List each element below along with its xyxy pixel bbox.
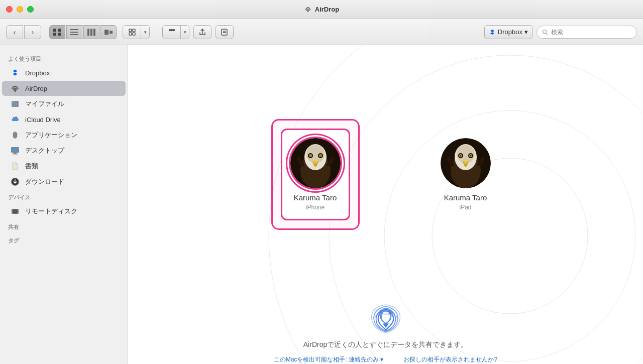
device-iphone[interactable]: Karuma Taro iPhone	[273, 120, 358, 228]
view-list-button[interactable]	[66, 25, 82, 39]
titlebar: AirDrop	[0, 0, 643, 19]
documents-icon	[10, 161, 20, 171]
airdrop-sidebar-icon	[10, 83, 20, 93]
share-button[interactable]	[193, 25, 211, 39]
svg-rect-4	[58, 33, 61, 36]
svg-point-51	[320, 155, 320, 156]
svg-rect-13	[129, 29, 132, 32]
device-ipad-type: iPad	[459, 204, 471, 211]
sidebar-section-tags: タグ	[0, 233, 128, 247]
action-button[interactable]: ▾	[162, 25, 189, 39]
svg-rect-30	[14, 153, 17, 154]
device-iphone-avatar	[290, 138, 341, 188]
nav-buttons: ‹ ›	[6, 25, 41, 39]
svg-rect-14	[133, 29, 135, 32]
remotedisk-icon	[10, 206, 20, 216]
view-cover-button[interactable]	[100, 25, 117, 39]
window-controls	[6, 6, 34, 13]
svg-rect-5	[70, 29, 78, 30]
tag-button[interactable]	[216, 25, 234, 39]
sidebar-item-airdrop-label: AirDrop	[25, 85, 47, 92]
svg-rect-9	[90, 29, 92, 36]
search-box[interactable]	[537, 26, 637, 39]
sidebar-item-dropbox[interactable]: Dropbox	[2, 65, 126, 80]
sidebar-item-documents[interactable]: 書類	[2, 159, 126, 174]
dropbox-label: Dropbox	[498, 28, 522, 36]
sidebar-item-downloads-label: ダウンロード	[25, 177, 64, 186]
svg-point-23	[543, 30, 547, 33]
svg-rect-16	[133, 33, 135, 35]
svg-rect-3	[53, 33, 56, 36]
svg-point-19	[173, 29, 174, 31]
svg-point-18	[171, 29, 172, 31]
minimize-button[interactable]	[17, 6, 23, 13]
airdrop-description: AirDropで近くの人とすぐにデータを共有できます。	[303, 340, 468, 349]
airdrop-radio-icon	[366, 304, 406, 334]
svg-line-24	[546, 33, 548, 35]
search-input[interactable]	[551, 29, 626, 36]
device-iphone-type: iPhone	[306, 204, 325, 211]
svg-point-17	[169, 29, 170, 31]
sidebar-item-documents-label: 書類	[25, 162, 38, 171]
dropbox-icon	[489, 29, 496, 36]
not-found-link[interactable]: お探しの相手が表示されませんか?	[403, 355, 497, 364]
devices-area: Karuma Taro iPhone	[128, 45, 643, 304]
dropbox-button[interactable]: Dropbox ▾	[484, 25, 532, 39]
myfiles-icon	[10, 99, 20, 109]
downloads-icon	[10, 177, 20, 187]
sidebar-item-downloads[interactable]: ダウンロード	[2, 174, 126, 189]
bottom-links: このMacを検出可能な相手: 連絡先のみ ▾ お探しの相手が表示されませんか?	[274, 355, 497, 364]
dropbox-sidebar-icon	[10, 68, 20, 78]
svg-point-50	[310, 155, 310, 156]
sidebar-item-applications[interactable]: アプリケーション	[2, 128, 126, 143]
toolbar-separator-1	[156, 25, 156, 39]
sidebar-item-icloud-label: iCloud Drive	[25, 116, 61, 124]
forward-button[interactable]: ›	[24, 25, 41, 39]
sidebar-item-airdrop[interactable]: AirDrop	[2, 81, 126, 96]
toolbar: ‹ › ▾	[0, 19, 643, 45]
sidebar-item-dropbox-label: Dropbox	[25, 69, 50, 77]
svg-rect-1	[53, 29, 56, 32]
discoverable-link[interactable]: このMacを検出可能な相手: 連絡先のみ ▾	[274, 355, 384, 364]
view-icon-button[interactable]	[49, 25, 65, 39]
sidebar-section-shared: 共有	[0, 219, 128, 233]
svg-point-63	[470, 155, 471, 156]
sidebar-item-myfiles-label: マイファイル	[25, 99, 64, 108]
sidebar-item-desktop-label: デスクトップ	[25, 146, 64, 155]
sidebar-item-desktop[interactable]: デスクトップ	[2, 143, 126, 158]
sidebar: よく使う項目 Dropbox AirDrop	[0, 45, 128, 364]
device-ipad-name: Karuma Taro	[444, 193, 487, 202]
device-ipad[interactable]: Karuma Taro iPad	[441, 138, 491, 211]
search-icon	[542, 29, 548, 35]
sidebar-item-icloud[interactable]: iCloud Drive	[2, 112, 126, 127]
svg-rect-7	[70, 34, 78, 35]
svg-rect-2	[58, 29, 61, 32]
eagle-avatar-ipad	[441, 138, 491, 188]
sidebar-section-devices: デバイス	[0, 190, 128, 203]
svg-rect-12	[110, 31, 113, 34]
svg-rect-8	[87, 29, 89, 36]
close-button[interactable]	[6, 6, 13, 13]
desktop-icon	[10, 146, 20, 156]
arrange-button[interactable]: ▾	[123, 25, 150, 39]
device-iphone-name: Karuma Taro	[294, 193, 337, 202]
sidebar-item-applications-label: アプリケーション	[25, 131, 77, 140]
applications-icon	[10, 130, 20, 140]
svg-point-61	[470, 155, 471, 157]
sidebar-item-myfiles[interactable]: マイファイル	[2, 96, 126, 111]
device-ipad-avatar	[441, 138, 491, 188]
dropbox-arrow: ▾	[524, 28, 528, 36]
svg-rect-10	[93, 29, 95, 36]
svg-point-35	[15, 211, 16, 212]
maximize-button[interactable]	[27, 6, 34, 13]
view-mode-group	[49, 25, 117, 39]
view-extra-group: ▾	[123, 25, 150, 39]
back-button[interactable]: ‹	[6, 25, 23, 39]
eagle-avatar-iphone	[290, 138, 341, 188]
svg-rect-31	[13, 154, 18, 155]
view-column-button[interactable]	[83, 25, 99, 39]
sidebar-item-remotedisk-label: リモートディスク	[25, 207, 77, 216]
window-title-text: AirDrop	[315, 6, 339, 13]
window-title: AirDrop	[304, 6, 339, 14]
sidebar-item-remotedisk[interactable]: リモートディスク	[2, 204, 126, 219]
